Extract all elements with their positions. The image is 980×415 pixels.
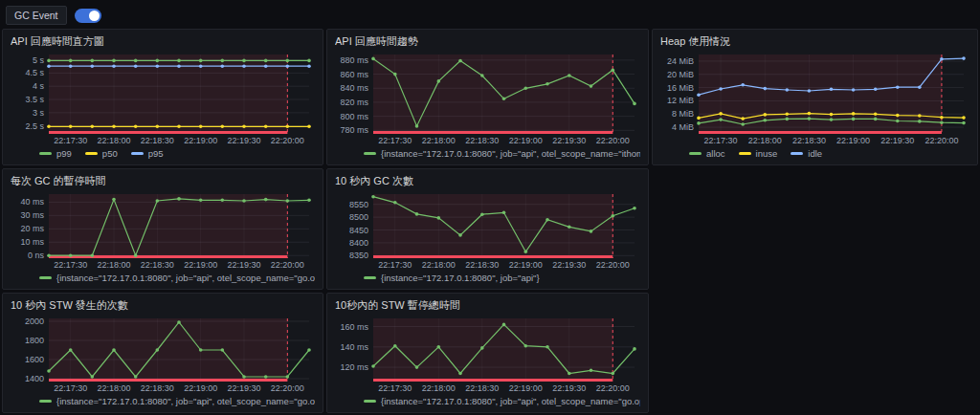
series-point[interactable] — [568, 372, 571, 376]
series-point[interactable] — [480, 74, 484, 77]
series-point[interactable] — [91, 59, 95, 63]
series-point[interactable] — [112, 59, 116, 63]
series-point[interactable] — [764, 87, 768, 91]
series-point[interactable] — [221, 59, 225, 63]
series-point[interactable] — [177, 125, 181, 129]
series-point[interactable] — [633, 102, 636, 106]
series-point[interactable] — [307, 125, 311, 129]
series-point[interactable] — [719, 118, 723, 121]
series-point[interactable] — [221, 199, 225, 203]
series-point[interactable] — [590, 369, 593, 373]
series-point[interactable] — [264, 125, 268, 129]
series-point[interactable] — [199, 199, 203, 203]
series-point[interactable] — [69, 125, 73, 129]
gc-annotation-band[interactable] — [699, 131, 942, 134]
legend-item[interactable]: {instance="172.17.0.1:8080", job="api"} — [364, 273, 540, 283]
series-point[interactable] — [896, 114, 900, 118]
series-point[interactable] — [852, 118, 856, 121]
series-point[interactable] — [940, 57, 944, 61]
series-point[interactable] — [697, 121, 701, 125]
series-point[interactable] — [134, 375, 138, 379]
series-point[interactable] — [242, 199, 246, 203]
series-point[interactable] — [719, 112, 723, 116]
series-point[interactable] — [221, 64, 225, 68]
series-point[interactable] — [590, 84, 593, 88]
series-point[interactable] — [307, 348, 311, 352]
series-point[interactable] — [415, 212, 419, 216]
series-point[interactable] — [112, 64, 116, 68]
series-point[interactable] — [156, 64, 160, 68]
series-point[interactable] — [852, 88, 856, 92]
series-point[interactable] — [91, 253, 95, 257]
series-point[interactable] — [156, 348, 160, 352]
series-point[interactable] — [437, 216, 441, 220]
series-point[interactable] — [47, 369, 51, 373]
series-point[interactable] — [91, 125, 95, 129]
series-point[interactable] — [307, 59, 311, 63]
series-point[interactable] — [286, 59, 290, 63]
series-point[interactable] — [524, 344, 528, 348]
panel-title[interactable]: 10 秒內 STW 發生的次數 — [11, 298, 315, 315]
series-point[interactable] — [371, 57, 375, 61]
series-point[interactable] — [47, 125, 51, 129]
series-point[interactable] — [896, 85, 900, 89]
series-point[interactable] — [242, 375, 246, 379]
series-point[interactable] — [962, 121, 966, 125]
series-point[interactable] — [633, 207, 636, 210]
series-point[interactable] — [393, 201, 397, 205]
series-point[interactable] — [918, 120, 922, 123]
series-point[interactable] — [69, 253, 73, 257]
chart-canvas[interactable]: 4 MiB8 MiB12 MiB16 MiB20 MiB24 MiB22:17:… — [660, 51, 969, 146]
series-point[interactable] — [808, 112, 812, 116]
series-point[interactable] — [177, 59, 181, 63]
legend-item[interactable]: {instance="172.17.0.1:8080", job="api", … — [364, 396, 640, 406]
series-point[interactable] — [134, 64, 138, 68]
series-point[interactable] — [307, 64, 311, 68]
series-point[interactable] — [437, 345, 441, 349]
series-point[interactable] — [719, 87, 723, 91]
legend-item[interactable]: idle — [791, 148, 822, 159]
series-point[interactable] — [962, 56, 966, 60]
gc-annotation-band[interactable] — [373, 131, 612, 134]
series-point[interactable] — [940, 116, 944, 120]
series-point[interactable] — [69, 64, 73, 68]
series-point[interactable] — [156, 59, 160, 63]
panel-title[interactable]: 每次 GC 的暫停時間 — [11, 174, 315, 190]
panel-title[interactable]: 10 秒內 GC 次數 — [335, 174, 640, 190]
series-point[interactable] — [286, 125, 290, 129]
series-point[interactable] — [112, 198, 116, 202]
series-point[interactable] — [786, 118, 790, 121]
gc-annotation-band[interactable] — [373, 255, 612, 258]
panel-title[interactable]: API 回應時間趨勢 — [335, 34, 640, 51]
legend-item[interactable]: inuse — [739, 148, 778, 159]
legend-item[interactable]: {instance="172.17.0.1:8080", job="api", … — [364, 148, 640, 159]
series-point[interactable] — [264, 375, 268, 379]
series-point[interactable] — [502, 323, 506, 327]
gc-annotation-band[interactable] — [373, 379, 612, 382]
series-point[interactable] — [415, 124, 419, 128]
series-point[interactable] — [612, 372, 615, 376]
panel-title[interactable]: Heap 使用情況 — [660, 34, 969, 51]
series-point[interactable] — [741, 122, 745, 126]
series-point[interactable] — [134, 59, 138, 63]
chart-canvas[interactable]: 8350840084508500855022:17:3022:18:0022:1… — [335, 190, 640, 271]
series-point[interactable] — [199, 59, 203, 63]
series-point[interactable] — [47, 59, 51, 63]
series-point[interactable] — [480, 212, 484, 216]
series-point[interactable] — [590, 229, 593, 233]
series-point[interactable] — [874, 118, 878, 121]
series-point[interactable] — [177, 64, 181, 68]
series-point[interactable] — [134, 125, 138, 129]
legend-item[interactable]: {instance="172.17.0.1:8080", job="api", … — [39, 396, 315, 406]
series-point[interactable] — [264, 64, 268, 68]
series-point[interactable] — [502, 98, 506, 101]
legend-item[interactable]: alloc — [689, 148, 725, 159]
panel-title[interactable]: 10秒內的 STW 暫停總時間 — [335, 298, 640, 315]
chart-canvas[interactable]: 780 ms800 ms820 ms840 ms860 ms880 ms22:1… — [335, 51, 640, 146]
series-point[interactable] — [896, 120, 900, 123]
series-point[interactable] — [264, 198, 268, 202]
series-point[interactable] — [524, 251, 528, 254]
series-point[interactable] — [546, 345, 549, 349]
series-point[interactable] — [786, 113, 790, 117]
series-point[interactable] — [437, 79, 441, 83]
